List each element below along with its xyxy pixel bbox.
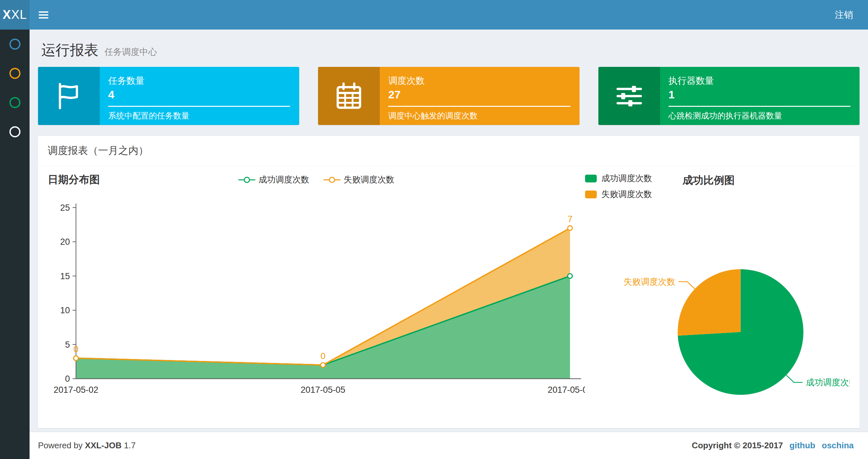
legend-item-success[interactable]: 成功调度次数 xyxy=(239,174,309,185)
info-box-value: 27 xyxy=(388,88,570,101)
hamburger-icon xyxy=(38,10,49,20)
calendar-icon xyxy=(335,82,363,110)
powered-prefix: Powered by xyxy=(38,440,83,450)
legend-label: 失败调度次数 xyxy=(344,174,394,185)
info-box-content: 任务数量 4 系统中配置的任务数量 xyxy=(100,67,299,125)
y-tick-label: 5 xyxy=(65,340,70,350)
line-marker-icon xyxy=(239,176,255,183)
date-distribution-section: 日期分布图 成功调度次数 xyxy=(48,173,585,415)
sidebar-item-2-circle-icon[interactable] xyxy=(9,68,21,79)
info-box-content: 执行器数量 1 心跳检测成功的执行器机器数量 xyxy=(660,67,860,125)
info-box-row: 任务数量 4 系统中配置的任务数量 xyxy=(38,67,860,125)
x-tick-label: 2017-05-05 xyxy=(301,385,345,395)
info-box-icon-area xyxy=(598,67,660,125)
x-tick-label: 2017-05-08 xyxy=(548,385,585,395)
pie-chart-title: 成功比例图 xyxy=(683,173,735,188)
data-label: 0 xyxy=(73,344,79,354)
footer-right: Copyright © 2015-2017 github oschina xyxy=(692,440,854,451)
pie-chart-header: 成功调度次数 失败调度次数 成功比例图 xyxy=(585,173,850,192)
sidebar-item-3-circle-icon[interactable] xyxy=(9,97,21,108)
success-ratio-section: 成功调度次数 失败调度次数 成功比例图 成功调度次数失败调度次数 xyxy=(585,173,850,415)
y-tick-label: 25 xyxy=(60,203,70,212)
info-box-icon-area xyxy=(38,67,100,125)
flag-icon xyxy=(55,82,83,110)
page-subtitle: 任务调度中心 xyxy=(104,47,157,57)
date-distribution-chart: 05101520252017-05-022017-05-052017-05-08… xyxy=(48,194,585,402)
info-box-content: 调度次数 27 调度中心触发的调度次数 xyxy=(380,67,579,125)
page-title: 运行报表 xyxy=(41,42,98,58)
top-navbar: XXL 注销 xyxy=(0,0,868,30)
left-sidebar xyxy=(0,30,30,459)
legend-label: 失败调度次数 xyxy=(601,189,652,200)
app-logo[interactable]: XXL xyxy=(0,0,30,30)
sidebar-item-1-circle-icon[interactable] xyxy=(9,39,21,50)
logout-link[interactable]: 注销 xyxy=(820,0,868,30)
schedule-report-panel: 调度报表（一月之内） 日期分布图 xyxy=(38,136,860,428)
pie-chart-legend: 成功调度次数 失败调度次数 xyxy=(585,173,652,200)
line-chart-title: 日期分布图 xyxy=(48,173,100,187)
info-box-jobs: 任务数量 4 系统中配置的任务数量 xyxy=(38,67,299,125)
info-box-description: 调度中心触发的调度次数 xyxy=(388,110,570,121)
pie-label: 失败调度次数 xyxy=(624,277,675,287)
y-tick-label: 15 xyxy=(60,271,70,281)
page-header: 运行报表 任务调度中心 xyxy=(38,35,860,67)
pie-legend-item-success[interactable]: 成功调度次数 xyxy=(585,173,652,184)
line-chart-legend: 成功调度次数 失败调度次数 xyxy=(239,174,394,185)
failure-point[interactable] xyxy=(321,363,325,367)
sidebar-toggle-button[interactable] xyxy=(30,0,58,30)
pie-slice[interactable] xyxy=(678,269,741,336)
github-link[interactable]: github xyxy=(789,440,815,451)
pie-label-line xyxy=(679,282,695,289)
sidebar-item-4-circle-icon[interactable] xyxy=(9,126,21,137)
legend-item-failure[interactable]: 失败调度次数 xyxy=(323,174,394,185)
sliders-icon xyxy=(615,82,644,110)
failure-point[interactable] xyxy=(567,226,572,230)
info-box-value: 4 xyxy=(108,88,290,101)
pie-legend-item-failure[interactable]: 失败调度次数 xyxy=(585,189,652,200)
product-name: XXL-JOB xyxy=(85,440,122,450)
app-screen: XXL 注销 运行报表 任务调度中心 xyxy=(0,0,868,459)
info-box-value: 1 xyxy=(669,88,850,101)
success-point[interactable] xyxy=(567,274,572,278)
info-box-progress-bar xyxy=(669,106,850,107)
logo-rest-text: XL xyxy=(11,8,27,22)
data-label: 0 xyxy=(321,351,326,361)
x-tick-label: 2017-05-02 xyxy=(54,385,98,395)
info-box-label: 任务数量 xyxy=(108,75,290,87)
info-box-label: 调度次数 xyxy=(388,75,570,87)
panel-title: 调度报表（一月之内） xyxy=(38,136,860,166)
oschina-link[interactable]: oschina xyxy=(822,440,854,451)
legend-swatch xyxy=(585,191,597,198)
y-tick-label: 10 xyxy=(60,305,70,315)
powered-by-text: Powered by XXL-JOB 1.7 xyxy=(38,440,136,451)
info-box-label: 执行器数量 xyxy=(669,75,850,87)
panel-body: 日期分布图 成功调度次数 xyxy=(38,166,860,428)
legend-label: 成功调度次数 xyxy=(258,174,309,185)
y-tick-label: 0 xyxy=(65,374,70,384)
line-marker-icon xyxy=(323,176,340,183)
main-content: 运行报表 任务调度中心 任务数量 4 系统中配置的任务数量 xyxy=(30,30,868,432)
legend-label: 成功调度次数 xyxy=(601,173,652,184)
legend-swatch xyxy=(585,175,597,183)
info-box-progress-bar xyxy=(388,106,570,107)
data-label: 7 xyxy=(567,214,573,224)
page-footer: Powered by XXL-JOB 1.7 Copyright © 2015-… xyxy=(30,432,868,459)
info-box-progress-bar xyxy=(108,106,290,107)
product-version: 1.7 xyxy=(124,440,135,450)
line-chart-header: 日期分布图 成功调度次数 xyxy=(48,173,585,192)
y-tick-label: 20 xyxy=(60,237,70,247)
info-box-executors: 执行器数量 1 心跳检测成功的执行器机器数量 xyxy=(598,67,860,125)
failure-point[interactable] xyxy=(74,356,78,360)
pie-label: 成功调度次数 xyxy=(806,378,850,387)
logo-bold-text: X xyxy=(3,8,11,22)
info-box-triggers: 调度次数 27 调度中心触发的调度次数 xyxy=(318,67,579,125)
copyright-text: Copyright © 2015-2017 xyxy=(692,440,783,451)
success-ratio-pie-chart: 成功调度次数失败调度次数 xyxy=(585,210,850,415)
pie-label-line xyxy=(786,375,803,383)
info-box-description: 系统中配置的任务数量 xyxy=(108,110,290,121)
info-box-icon-area xyxy=(318,67,380,125)
info-box-description: 心跳检测成功的执行器机器数量 xyxy=(669,110,850,121)
